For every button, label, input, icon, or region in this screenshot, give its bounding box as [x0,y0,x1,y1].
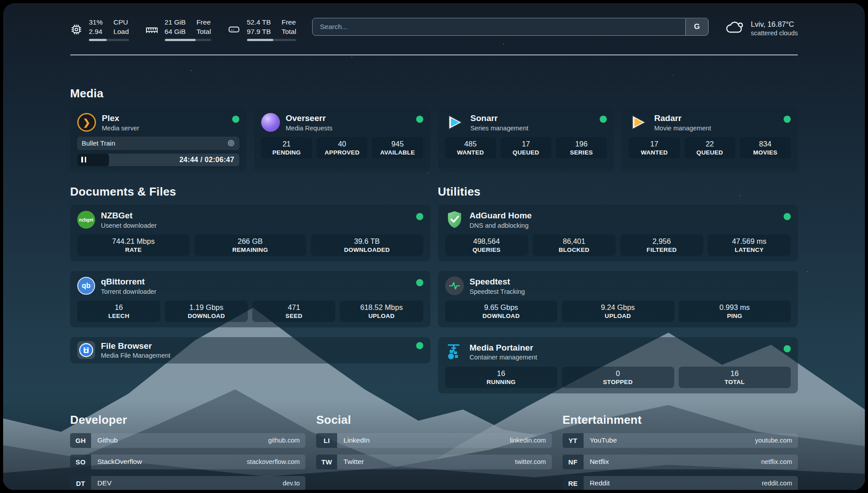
stat-value: 945 [392,140,404,148]
disk-progress-fill [247,39,274,41]
nzbget-logo: nzbget [77,211,95,229]
cpu-stat: 31% CPU 2.94 Load [70,18,129,41]
app-desc: Usenet downloader [101,221,157,230]
disk-progress-track [247,39,296,41]
stat-label: LEECH [108,313,129,319]
top-bar: 31% CPU 2.94 Load [70,3,798,46]
qbittorrent-logo: qb [77,277,95,295]
bookmark-url: twitter.com [515,458,546,465]
stat-value: 86,401 [563,237,585,246]
app-name: Overseerr [286,113,333,124]
gear-icon[interactable] [227,139,235,147]
status-dot [416,116,423,123]
bookmark-abbrev-badge: RE [563,476,584,490]
playback-progress-bar[interactable]: 24:44 / 02:06:47 [77,154,239,166]
bookmark-link[interactable]: SO StackOverflow stackoverflow.com [70,455,305,469]
search-engine-button[interactable]: G [685,19,708,35]
disk-free-value: 52.4 TB [247,18,271,27]
stat-label: RUNNING [487,379,516,385]
speedtest-logo [445,276,464,295]
stat-value: 266 GB [238,237,263,246]
stat-label: FILTERED [647,246,676,253]
stat-box: 17 WANTED [629,137,680,159]
stat-box: 21 PENDING [261,137,312,159]
bookmark-link[interactable]: DT DEV dev.to [70,476,305,490]
stat-label: TOTAL [725,379,745,385]
bookmark-abbrev-badge: LI [316,433,337,448]
stat-value: 9.24 Gbps [601,303,635,312]
stat-value: 47.569 ms [732,237,766,246]
now-playing-title: Bullet Train [82,139,115,147]
weather-widget: Lviv, 16.87°C scattered clouds [725,18,798,38]
app-name: File Browser [101,341,171,351]
sonarr-logo [445,113,465,132]
section-title-documents: Documents & Files [70,185,430,199]
pause-icon[interactable] [81,157,86,163]
stat-value: 16 [115,303,123,312]
app-desc: Movie management [654,124,711,132]
sonarr-card[interactable]: Sonarr Series management 485 WANTED 17 Q… [438,108,614,171]
bookmark-link[interactable]: RE Reddit reddit.com [563,476,798,490]
stat-box: 0 STOPPED [562,367,674,388]
stat-label: AVAILABLE [380,149,415,156]
app-desc: Series management [471,124,529,132]
bookmark-name: StackOverflow [97,458,142,466]
playback-played-segment [77,154,109,166]
bookmark-name: YouTube [590,436,617,444]
app-name: Radarr [654,113,711,124]
speedtest-card[interactable]: Speedtest Speedtest Tracking 9.65 Gbps D… [438,271,798,327]
bookmark-link[interactable]: YT YouTube youtube.com [563,433,798,448]
app-name: NZBGet [101,210,157,221]
portainer-card[interactable]: Media Portainer Container management 16 … [438,337,798,393]
stat-label: SEED [285,313,302,319]
stat-box: 834 MOVIES [740,137,791,159]
adguard-card[interactable]: AdGuard Home DNS and adblocking 498,564 … [438,205,798,261]
stat-label: PING [727,313,742,319]
qbittorrent-card[interactable]: qb qBittorrent Torrent downloader 16 LEE… [70,271,430,327]
bookmark-link[interactable]: NF Netflix netflix.com [563,455,798,469]
status-dot [416,279,423,286]
portainer-logo [445,343,464,361]
bookmark-link[interactable]: LI LinkedIn linkedin.com [316,433,551,448]
bookmark-link[interactable]: TW Twitter twitter.com [316,455,551,469]
bookmark-name: Twitter [343,458,364,466]
radarr-card[interactable]: Radarr Movie management 17 WANTED 22 QUE… [622,108,798,171]
app-desc: Media File Management [101,351,171,359]
developer-section: Developer GH Github github.com SO StackO… [70,413,305,490]
bookmark-name: Netflix [590,458,609,466]
stat-value: 0.993 ms [719,303,750,312]
portainer-stats: 16 RUNNING 0 STOPPED 16 TOTAL [445,367,791,388]
status-dot [784,345,791,352]
stat-value: 17 [522,140,530,148]
stat-value: 1.19 Gbps [189,303,223,312]
bookmark-abbrev-badge: YT [563,433,584,448]
overseerr-card[interactable]: Overseerr Media Requests 21 PENDING 40 A… [254,108,430,171]
bookmark-name: LinkedIn [343,436,370,444]
stat-value: 40 [338,140,346,148]
stat-value: 39.6 TB [354,237,380,246]
snow-particles [3,3,4,4]
stat-value: 22 [705,140,714,148]
stat-box: 945 AVAILABLE [372,137,423,159]
status-dot [784,213,791,220]
section-title-utilities: Utilities [438,185,798,199]
cpu-load-label: Load [113,27,129,36]
search-input[interactable] [312,18,709,36]
app-name: Media Portainer [470,343,538,353]
bookmark-link[interactable]: GH Github github.com [70,433,305,448]
memory-progress-track [165,39,211,41]
bookmark-name: Reddit [590,479,610,487]
stat-box: 266 GB REMAINING [194,234,307,256]
bookmark-url: linkedin.com [510,437,546,444]
plex-card[interactable]: ❯ Plex Media server Bullet Train [70,108,246,171]
bookmark-name: Github [97,436,118,444]
app-name: qBittorrent [101,276,156,287]
bookmark-name: DEV [97,479,112,487]
adguard-logo [445,210,464,229]
stat-label: PENDING [272,149,301,156]
nzbget-card[interactable]: nzbget NZBGet Usenet downloader 744.21 M… [70,205,430,261]
stat-box: 1.19 Gbps DOWNLOAD [165,301,248,322]
stat-box: 17 QUEUED [501,137,551,159]
filebrowser-card[interactable]: File Browser Media File Management [70,337,430,363]
stat-label: UPLOAD [605,313,631,319]
